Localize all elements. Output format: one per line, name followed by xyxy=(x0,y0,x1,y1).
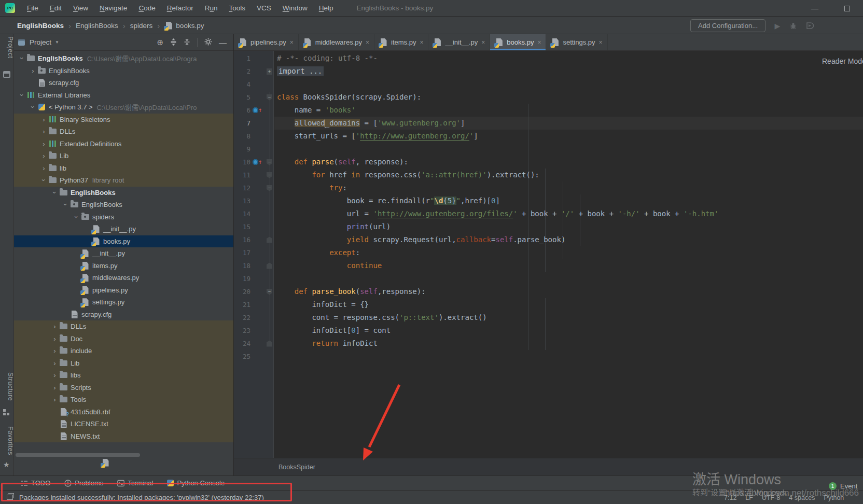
tab-close-icon[interactable]: × xyxy=(290,39,294,46)
collapse-all-icon[interactable] xyxy=(184,38,190,47)
code-line[interactable]: 13 book = re.findall(r"\d{5}",href)[0] xyxy=(234,194,863,207)
fold-open-icon[interactable]: − xyxy=(267,185,272,191)
menu-view[interactable]: View xyxy=(67,0,94,17)
tree-chevron-icon[interactable]: › xyxy=(50,371,59,379)
editor-tab[interactable]: __init__.py× xyxy=(428,34,490,50)
tree-item[interactable]: ›lib xyxy=(14,162,233,175)
tree-chevron-icon[interactable]: › xyxy=(39,164,48,172)
project-tool-icon[interactable] xyxy=(3,71,10,80)
override-marker-icon[interactable] xyxy=(253,159,258,165)
code-line[interactable]: 2+import ... xyxy=(234,65,863,78)
fold-expand-icon[interactable]: + xyxy=(267,68,272,75)
menu-navigate[interactable]: Navigate xyxy=(94,0,133,17)
fold-close-icon[interactable] xyxy=(267,237,272,243)
editor-tab[interactable]: books.py× xyxy=(490,34,546,50)
status-message[interactable]: Packages installed successfully: Install… xyxy=(19,494,264,501)
tree-item[interactable]: ›< Python 3.7 >C:\Users\谢儒\AppData\Local… xyxy=(14,101,233,114)
tree-item[interactable]: ›Scripts xyxy=(14,382,233,394)
code-editor[interactable]: 1# -*- coding: utf-8 -*-2+import ...45−c… xyxy=(234,51,863,458)
code-line[interactable]: 19 xyxy=(234,272,863,285)
menu-window[interactable]: Window xyxy=(277,0,313,17)
tree-item[interactable]: ?431d5db8.rbf xyxy=(14,406,233,418)
tree-chevron-icon[interactable]: › xyxy=(50,335,59,343)
tree-item[interactable]: ›libs xyxy=(14,369,233,382)
structure-tool-icon[interactable] xyxy=(3,409,10,418)
tree-chevron-icon[interactable]: › xyxy=(50,359,59,367)
tree-item[interactable]: ›Extended Definitions xyxy=(14,138,233,150)
menu-code[interactable]: Code xyxy=(133,0,161,17)
tree-chevron-icon[interactable]: › xyxy=(39,128,48,135)
breadcrumb-item[interactable]: EnglishBooks xyxy=(76,22,118,30)
tab-close-icon[interactable]: × xyxy=(420,39,423,46)
code-line[interactable]: 15 print(url) xyxy=(234,220,863,233)
tree-item[interactable]: ›EnglishBooks xyxy=(14,187,233,199)
override-marker-icon[interactable] xyxy=(253,107,258,113)
breadcrumb-item[interactable]: books.py xyxy=(176,22,204,30)
fold-close-icon[interactable] xyxy=(267,341,272,347)
debug-bug-icon[interactable] xyxy=(789,22,799,30)
tree-item[interactable]: ›DLLs xyxy=(14,320,233,333)
toolwindow-button-python-console[interactable]: Python Console xyxy=(167,479,225,487)
event-log-widget[interactable]: 1 Event xyxy=(829,482,857,490)
tree-item[interactable]: __init__.py xyxy=(14,247,233,260)
code-line[interactable]: 9 xyxy=(234,143,863,156)
tree-item[interactable]: scrapy.cfg xyxy=(14,77,233,89)
code-line[interactable]: 23 infoDict[0] = cont xyxy=(234,324,863,337)
code-line[interactable]: 5−class BooksSpider(scrapy.Spider): xyxy=(234,91,863,104)
breadcrumb-class-name[interactable]: BooksSpider xyxy=(279,464,315,471)
editor-tab[interactable]: middlewares.py× xyxy=(299,34,374,50)
menu-run[interactable]: Run xyxy=(199,0,224,17)
tree-item[interactable]: ›EnglishBooksC:\Users\谢儒\AppData\Local\P… xyxy=(14,52,233,65)
tree-chevron-icon[interactable]: › xyxy=(40,176,48,185)
horizontal-scrollbar[interactable] xyxy=(16,453,140,457)
tree-chevron-icon[interactable]: › xyxy=(50,323,59,330)
tree-chevron-icon[interactable]: › xyxy=(50,347,59,355)
code-line[interactable]: 20− def parse_book(self,response): xyxy=(234,285,863,298)
restore-window-icon[interactable] xyxy=(7,495,13,500)
tree-item[interactable]: NEWS.txt xyxy=(14,430,233,443)
fold-open-icon[interactable]: − xyxy=(267,289,272,295)
toolwindow-button-todo[interactable]: TODO xyxy=(21,479,50,487)
editor-tab[interactable]: pipelines.py× xyxy=(234,34,299,50)
tree-chevron-icon[interactable]: › xyxy=(51,188,59,197)
breadcrumb-item[interactable]: EnglishBooks xyxy=(17,22,64,30)
run-icon[interactable]: ▶ xyxy=(773,22,782,30)
menu-edit[interactable]: Edit xyxy=(44,0,67,17)
tree-chevron-icon[interactable]: › xyxy=(39,152,48,160)
project-panel-title[interactable]: Project xyxy=(30,38,51,46)
tree-item[interactable]: ›Python37library root xyxy=(14,174,233,187)
tree-chevron-icon[interactable]: › xyxy=(29,67,37,75)
code-line[interactable]: 6↑ name = 'books' xyxy=(234,104,863,117)
code-line[interactable]: 14 url = 'http://www.gutenberg.org/files… xyxy=(234,207,863,220)
tree-item[interactable]: settings.py xyxy=(14,296,233,309)
maximize-button[interactable] xyxy=(831,0,863,17)
tree-item[interactable]: ›EnglishBooks xyxy=(14,199,233,211)
menu-refactor[interactable]: Refactor xyxy=(161,0,199,17)
tree-chevron-icon[interactable]: › xyxy=(73,213,80,221)
tool-stripe-favorites[interactable]: Favorites xyxy=(0,426,14,455)
tree-item[interactable]: ›Doc xyxy=(14,333,233,345)
tree-chevron-icon[interactable]: › xyxy=(39,140,48,148)
minimize-button[interactable]: — xyxy=(799,0,831,17)
tree-item[interactable]: ›spiders xyxy=(14,211,233,223)
tree-item[interactable]: ›Lib xyxy=(14,357,233,370)
tree-item[interactable]: middlewares.py xyxy=(14,272,233,284)
code-line[interactable]: 22 cont = response.css('p::text').extrac… xyxy=(234,311,863,324)
code-line[interactable]: 10↑− def parse(self, response): xyxy=(234,156,863,169)
code-line[interactable]: 11− for href in response.css('a::attr(hr… xyxy=(234,169,863,181)
tab-close-icon[interactable]: × xyxy=(537,39,541,46)
code-line[interactable]: 7 allowed_domains = ['www.gutenberg.org'… xyxy=(234,117,863,130)
expand-all-icon[interactable] xyxy=(170,38,177,47)
code-line[interactable]: 8 start_urls = ['http://www.gutenberg.or… xyxy=(234,130,863,143)
code-line[interactable]: 12− try: xyxy=(234,181,863,194)
tree-item[interactable]: ›External Libraries xyxy=(14,89,233,102)
toolwindow-button-terminal[interactable]: Terminal xyxy=(117,479,153,487)
favorites-star-icon[interactable]: ★ xyxy=(3,460,10,469)
tree-item[interactable]: books.py xyxy=(14,235,233,248)
run-with-coverage-icon[interactable] xyxy=(806,22,815,30)
code-line[interactable]: 17 except: xyxy=(234,246,863,259)
tree-chevron-icon[interactable]: › xyxy=(29,103,37,111)
menu-tools[interactable]: Tools xyxy=(223,0,251,17)
tree-chevron-icon[interactable]: › xyxy=(50,396,59,403)
tree-item[interactable]: ›Binary Skeletons xyxy=(14,114,233,126)
